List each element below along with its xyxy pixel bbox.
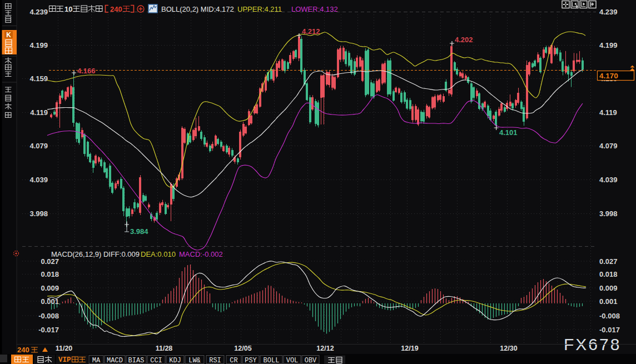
svg-text:BOLL: BOLL (264, 357, 280, 364)
svg-text:4.202: 4.202 (455, 36, 473, 44)
svg-text:K: K (6, 31, 11, 39)
svg-text:4.101: 4.101 (499, 128, 518, 137)
svg-text:4.119: 4.119 (30, 108, 48, 117)
svg-text:DEA:0.010: DEA:0.010 (141, 250, 176, 258)
svg-text:VOL: VOL (286, 357, 299, 364)
svg-text:4.166: 4.166 (77, 67, 96, 75)
svg-text:10: 10 (64, 5, 72, 13)
svg-text:4.119: 4.119 (599, 108, 617, 117)
svg-text:MA: MA (92, 357, 101, 364)
svg-text:4.212: 4.212 (302, 27, 320, 36)
svg-text:MACD: MACD (107, 357, 123, 364)
svg-text:-0.017: -0.017 (599, 326, 620, 334)
svg-text:12/12: 12/12 (316, 345, 334, 352)
svg-text:LW&: LW& (188, 357, 201, 364)
svg-text:240: 240 (17, 346, 29, 354)
svg-text:4.079: 4.079 (29, 142, 48, 150)
svg-text:0.001: 0.001 (599, 297, 618, 306)
svg-text:0.018: 0.018 (599, 270, 618, 278)
svg-text:0.009: 0.009 (599, 284, 618, 292)
svg-text:12/30: 12/30 (500, 345, 517, 352)
svg-text:UPPER:4.211: UPPER:4.211 (237, 5, 282, 13)
svg-text:-0.008: -0.008 (38, 312, 59, 320)
svg-text:MACD:-0.002: MACD:-0.002 (179, 250, 223, 258)
svg-text:RSI: RSI (209, 357, 221, 364)
svg-text:3.998: 3.998 (29, 210, 48, 218)
svg-text:4.159: 4.159 (29, 74, 48, 83)
svg-text:CCI: CCI (150, 357, 162, 364)
svg-text:BIAS: BIAS (128, 357, 145, 364)
svg-text:3.998: 3.998 (599, 210, 618, 218)
svg-text:4.170: 4.170 (599, 72, 618, 80)
svg-text:4.039: 4.039 (29, 176, 48, 184)
svg-text:BOLL(20,2) MID:4.172: BOLL(20,2) MID:4.172 (161, 5, 234, 13)
svg-text:4.199: 4.199 (29, 41, 48, 49)
svg-text:0.018: 0.018 (41, 270, 59, 278)
svg-text:MACD(26,12,9) DIFF:0.009: MACD(26,12,9) DIFF:0.009 (51, 250, 140, 258)
svg-text:0.001: 0.001 (41, 297, 59, 306)
svg-text:4.239: 4.239 (29, 8, 48, 16)
svg-text:-0.008: -0.008 (599, 312, 620, 320)
svg-text:OBV: OBV (305, 357, 317, 364)
svg-text:PSY: PSY (245, 357, 257, 364)
svg-text:4.199: 4.199 (599, 41, 618, 49)
svg-text:4.079: 4.079 (599, 142, 618, 150)
svg-text:LOWER:4.132: LOWER:4.132 (291, 5, 338, 13)
svg-text:3.984: 3.984 (130, 227, 148, 236)
svg-text:0.027: 0.027 (599, 257, 618, 266)
svg-text:VIP: VIP (58, 356, 71, 364)
svg-text:11/20: 11/20 (56, 345, 73, 352)
svg-text:11/28: 11/28 (156, 345, 173, 352)
svg-text:-0.017: -0.017 (38, 326, 59, 334)
svg-text:4.039: 4.039 (599, 176, 618, 184)
svg-text:12/05: 12/05 (234, 345, 251, 352)
svg-text:240: 240 (110, 5, 122, 13)
svg-text:4.239: 4.239 (599, 8, 618, 16)
svg-text:CR: CR (230, 357, 237, 364)
svg-text:0.009: 0.009 (41, 284, 59, 292)
svg-text:12/19: 12/19 (401, 345, 418, 352)
svg-text:KDJ: KDJ (169, 357, 181, 364)
